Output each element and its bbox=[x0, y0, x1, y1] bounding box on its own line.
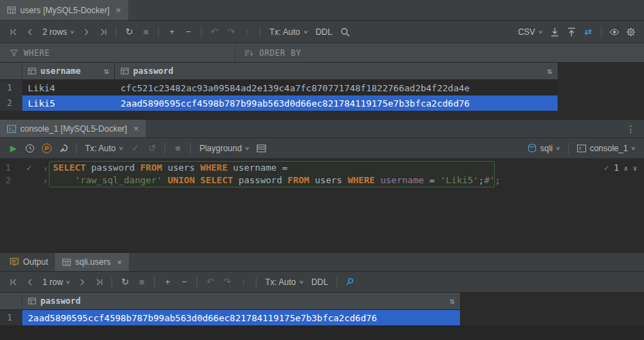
tx-mode-dropdown[interactable]: Tx: Auto∨ bbox=[266, 27, 310, 37]
reload-icon[interactable]: ↻ bbox=[117, 275, 132, 290]
cell-username[interactable]: Liki4 bbox=[22, 80, 115, 95]
console-toolbar: ▶ P Tx: Auto∨ ✓ ↺ ■ Playground∨ sqli∨ co… bbox=[0, 138, 644, 159]
history-clock-icon[interactable] bbox=[22, 141, 38, 156]
wrench-settings-icon[interactable] bbox=[56, 141, 71, 156]
where-filter-field[interactable]: WHERE bbox=[0, 43, 236, 62]
prev-result-icon[interactable]: ∧ bbox=[624, 164, 628, 172]
separator bbox=[116, 26, 116, 38]
stop-icon[interactable]: ■ bbox=[134, 275, 149, 290]
separator bbox=[112, 277, 112, 288]
tab-label: Output bbox=[23, 257, 48, 267]
ddl-button[interactable]: DDL bbox=[308, 277, 332, 287]
column-header-password[interactable]: password ⇅ bbox=[22, 293, 460, 309]
search-icon[interactable] bbox=[337, 24, 353, 40]
grid-corner-cell[interactable] bbox=[0, 293, 22, 309]
sql-code-line: SELECT password FROM users WHERE usernam… bbox=[49, 162, 288, 174]
export-format-dropdown[interactable]: CSV∨ bbox=[514, 27, 546, 37]
pin-tab-icon[interactable] bbox=[342, 275, 358, 290]
stop-icon[interactable]: ■ bbox=[138, 24, 153, 40]
separator bbox=[158, 26, 159, 38]
kebab-menu-icon[interactable]: ⋮ bbox=[618, 120, 644, 137]
settings-gear-icon[interactable] bbox=[623, 24, 638, 40]
tab-output[interactable]: Output bbox=[3, 253, 55, 271]
cell-password[interactable]: cfc521c23482ac93a09584ad2e139c4a7fc87077… bbox=[115, 80, 558, 95]
delete-row-icon[interactable]: − bbox=[181, 24, 196, 40]
run-icon[interactable]: ▶ bbox=[6, 141, 21, 156]
tx-mode-dropdown[interactable]: Tx: Auto∨ bbox=[261, 277, 306, 287]
next-page-icon[interactable] bbox=[79, 24, 94, 40]
import-upload-icon[interactable] bbox=[564, 24, 579, 40]
row-number[interactable]: 2 bbox=[0, 95, 22, 111]
add-row-icon[interactable]: + bbox=[160, 275, 175, 290]
bottom-data-toolbar: 1 row∨ ↻ ■ + − ↶ ↷ ↑ Tx: Auto∨ DDL bbox=[0, 272, 644, 293]
delete-row-icon[interactable]: − bbox=[176, 275, 192, 290]
compare-icon[interactable]: ⇄ bbox=[581, 24, 596, 40]
column-header-password[interactable]: password ⇅ bbox=[115, 63, 558, 79]
tab-sqli-users[interactable]: sqli.users × bbox=[55, 253, 129, 271]
table-icon bbox=[62, 258, 71, 267]
column-header-username[interactable]: username ⇅ bbox=[22, 63, 115, 79]
cell-password[interactable]: 2aad5890595ccf4598b787b99ab563d0d66ec821… bbox=[115, 95, 558, 111]
result-ok-icon: ✓ bbox=[604, 163, 608, 173]
first-page-icon[interactable] bbox=[6, 275, 21, 290]
next-result-icon[interactable]: ∨ bbox=[633, 164, 637, 172]
fold-marker-icon[interactable]: ∧ bbox=[44, 175, 47, 187]
fold-marker-icon[interactable]: ∨ bbox=[44, 162, 47, 175]
tab-console-1[interactable]: console_1 [MySQL5-Docker] × bbox=[0, 120, 146, 137]
submit-icon[interactable]: ↑ bbox=[240, 24, 255, 40]
tab-label: sqli.users bbox=[75, 257, 111, 267]
first-page-icon[interactable] bbox=[6, 24, 21, 40]
bottom-filler bbox=[0, 325, 644, 340]
sort-icon: ⇅ bbox=[547, 66, 552, 76]
stop-icon[interactable]: ■ bbox=[170, 141, 185, 156]
view-options-eye-icon[interactable] bbox=[606, 24, 622, 40]
schema-dropdown[interactable]: sqli∨ bbox=[524, 144, 563, 153]
export-download-icon[interactable] bbox=[547, 24, 562, 40]
results-view-icon[interactable] bbox=[254, 141, 269, 156]
editor-gutter: 1 ✓ ∨ bbox=[0, 162, 49, 174]
undo-icon[interactable]: ↶ bbox=[206, 24, 222, 40]
tx-mode-dropdown[interactable]: Tx: Auto∨ bbox=[82, 144, 126, 153]
grid-header-row: username ⇅ password ⇅ bbox=[0, 63, 558, 80]
order-by-field[interactable]: ORDER BY bbox=[236, 43, 644, 62]
chevron-down-icon: ∨ bbox=[245, 146, 250, 151]
cell-username[interactable]: Liki5 bbox=[22, 95, 115, 111]
column-icon bbox=[121, 67, 129, 75]
separator bbox=[256, 277, 256, 288]
console-dropdown[interactable]: console_1∨ bbox=[574, 144, 638, 153]
ddl-button[interactable]: DDL bbox=[312, 27, 336, 37]
playground-dropdown[interactable]: Playground∨ bbox=[196, 144, 252, 153]
prev-page-icon[interactable] bbox=[22, 24, 38, 40]
sql-editor[interactable]: 1 ✓ ∨ SELECT password FROM users WHERE u… bbox=[0, 159, 644, 252]
page-size-dropdown[interactable]: 1 row∨ bbox=[39, 277, 73, 287]
rollback-icon[interactable]: ↺ bbox=[144, 141, 160, 156]
query-result-grid: password ⇅ 1 2aad5890595ccf4598b787b99ab… bbox=[0, 293, 644, 325]
last-page-icon[interactable] bbox=[91, 275, 107, 290]
next-page-icon[interactable] bbox=[75, 275, 90, 290]
cell-password[interactable]: 2aad5890595ccf4598b787b99ab563d0d66ec821… bbox=[22, 310, 460, 325]
line-number: 2 bbox=[6, 174, 10, 187]
parameters-icon[interactable]: P bbox=[39, 141, 54, 156]
close-icon[interactable]: × bbox=[117, 258, 123, 267]
commit-check-icon[interactable]: ✓ bbox=[128, 141, 143, 156]
last-page-icon[interactable] bbox=[95, 24, 111, 40]
redo-icon[interactable]: ↷ bbox=[223, 24, 238, 40]
tab-users-grid[interactable]: users [MySQL5-Docker] × bbox=[0, 0, 128, 20]
undo-icon[interactable]: ↶ bbox=[202, 275, 217, 290]
data-toolbar: 2 rows∨ ↻ ■ + − ↶ ↷ ↑ Tx: Auto∨ DDL CSV∨… bbox=[0, 21, 644, 43]
redo-icon[interactable]: ↷ bbox=[219, 275, 234, 290]
add-row-icon[interactable]: + bbox=[164, 24, 179, 40]
row-number[interactable]: 1 bbox=[0, 310, 22, 325]
grid-corner-cell[interactable] bbox=[0, 63, 22, 79]
row-number[interactable]: 1 bbox=[0, 80, 22, 95]
submit-icon[interactable]: ↑ bbox=[236, 275, 251, 290]
separator bbox=[154, 277, 155, 288]
close-icon[interactable]: × bbox=[116, 6, 121, 15]
sql-code-line: 'raw_sql_danger' UNION SELECT password F… bbox=[49, 174, 500, 187]
close-icon[interactable]: × bbox=[133, 124, 139, 133]
where-label: WHERE bbox=[24, 48, 50, 58]
editor-gutter: 2 ∧ bbox=[0, 174, 49, 187]
prev-page-icon[interactable] bbox=[22, 275, 38, 290]
reload-icon[interactable]: ↻ bbox=[121, 24, 137, 40]
page-size-dropdown[interactable]: 2 rows∨ bbox=[39, 27, 77, 37]
